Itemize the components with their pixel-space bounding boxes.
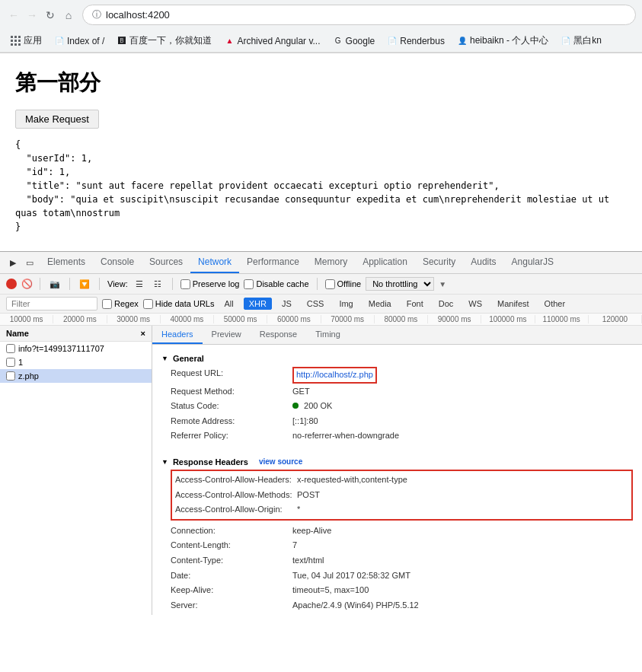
view-list-button[interactable]: ☰ (133, 277, 146, 291)
bookmark-apps[interactable]: 应用 (6, 33, 46, 49)
black-icon: 📄 (561, 36, 571, 46)
network-controls: 🚫 📷 🔽 View: ☰ ☷ Preserve log Disable cac… (0, 274, 642, 295)
filter-img[interactable]: Img (334, 298, 358, 310)
item-checkbox-info[interactable] (6, 344, 15, 353)
allow-methods-value: POST (297, 489, 320, 502)
tab-sources[interactable]: Sources (142, 252, 190, 273)
date-value: Tue, 04 Jul 2017 02:58:32 GMT (292, 569, 410, 583)
item-label-zphp: z.php (18, 371, 39, 381)
bookmark-renderbus[interactable]: 📄 Renderbus (382, 34, 449, 48)
tab-network[interactable]: Network (190, 252, 239, 273)
hide-data-urls-checkbox[interactable] (143, 299, 153, 309)
bookmark-google[interactable]: G Google (328, 34, 380, 48)
reload-button[interactable]: ↻ (43, 8, 58, 23)
filter-xhr[interactable]: XHR (244, 298, 272, 310)
filter-input[interactable] (6, 297, 97, 311)
server-value: Apache/2.4.9 (Win64) PHP/5.5.12 (292, 599, 419, 613)
tick-8: 90000 ms (428, 315, 481, 323)
throttling-select[interactable]: No throttling (366, 277, 434, 291)
connection-row: Connection: keep-Alive (161, 524, 633, 539)
record-button[interactable] (6, 279, 17, 289)
hide-data-urls-label[interactable]: Hide data URLs (143, 299, 215, 309)
request-url-key: Request URL: (171, 367, 292, 384)
google-icon: G (333, 36, 343, 46)
filter-js[interactable]: JS (276, 298, 297, 310)
tab-security[interactable]: Security (415, 252, 463, 273)
preserve-log-checkbox[interactable] (180, 279, 190, 289)
detail-tab-headers[interactable]: Headers (152, 326, 203, 344)
regex-checkbox[interactable] (102, 299, 112, 309)
network-item-info[interactable]: info?t=1499137111707 (0, 342, 152, 355)
keep-alive-row: Keep-Alive: timeout=5, max=100 (161, 583, 633, 598)
filter-doc[interactable]: Doc (433, 298, 459, 310)
response-headers-header: ▼ Response Headers view source (161, 457, 633, 467)
regex-label[interactable]: Regex (102, 299, 139, 309)
allow-headers-key: Access-Control-Allow-Headers: (175, 473, 297, 487)
bookmark-black[interactable]: 📄 黑白kn (556, 33, 606, 49)
tab-angularjs[interactable]: AngularJS (504, 252, 561, 273)
detail-tab-preview[interactable]: Preview (203, 326, 251, 344)
view-source-link[interactable]: view source (259, 457, 302, 466)
content-length-key: Content-Length: (171, 539, 292, 553)
preserve-log-label[interactable]: Preserve log (180, 279, 240, 289)
view-group-button[interactable]: ☷ (151, 277, 164, 291)
remote-address-value: [::1]:80 (292, 415, 318, 428)
home-button[interactable]: ⌂ (61, 8, 76, 23)
x-powered-key: X-Powered-By: (171, 613, 292, 615)
offline-checkbox[interactable] (325, 279, 335, 289)
tab-audits[interactable]: Audits (463, 252, 503, 273)
disable-cache-label[interactable]: Disable cache (244, 279, 308, 289)
camera-button[interactable]: 📷 (48, 277, 62, 291)
tick-1: 20000 ms (53, 315, 107, 323)
bookmark-index[interactable]: 📄 Index of / (50, 34, 109, 48)
filter-ws[interactable]: WS (463, 298, 487, 310)
filter-font[interactable]: Font (401, 298, 429, 310)
offline-label[interactable]: Offline (325, 279, 362, 289)
filter-button[interactable]: 🔽 (78, 277, 91, 291)
request-details: Headers Preview Response Timing ▼ Genera… (152, 326, 642, 615)
heibaikn-icon: 👤 (457, 36, 468, 46)
remote-address-row: Remote Address: [::1]:80 (161, 414, 633, 429)
lock-icon: ⓘ (92, 8, 101, 21)
devtools-device-button[interactable]: ▭ (23, 256, 37, 269)
filter-all[interactable]: All (219, 298, 238, 310)
close-icon[interactable]: × (141, 329, 145, 338)
make-request-button[interactable]: Make Request (15, 110, 99, 129)
separator-2 (69, 278, 70, 290)
item-checkbox-zphp[interactable] (6, 371, 15, 381)
filter-manifest[interactable]: Manifest (492, 298, 535, 310)
tab-memory[interactable]: Memory (307, 252, 355, 273)
network-item-1[interactable]: 1 (0, 355, 152, 369)
tick-2: 30000 ms (107, 315, 161, 323)
separator-3 (99, 278, 100, 290)
bookmark-google-label: Google (346, 36, 375, 46)
content-length-value: 7 (292, 539, 297, 553)
tab-elements[interactable]: Elements (40, 252, 93, 273)
filter-css[interactable]: CSS (302, 298, 330, 310)
network-item-zphp[interactable]: z.php (0, 369, 152, 383)
forward-button[interactable]: → (24, 8, 40, 23)
tab-performance[interactable]: Performance (239, 252, 307, 273)
disable-cache-checkbox[interactable] (244, 279, 254, 289)
bookmark-baidu-label: 百度一下，你就知道 (129, 34, 212, 47)
bookmark-baidu[interactable]: 🅱 百度一下，你就知道 (112, 33, 216, 49)
filter-other[interactable]: Other (539, 298, 571, 310)
general-section: ▼ General Request URL: http://localhost/… (152, 345, 642, 448)
detail-tab-response[interactable]: Response (251, 326, 307, 344)
tab-application[interactable]: Application (355, 252, 415, 273)
tab-console[interactable]: Console (93, 252, 142, 273)
baidu-icon: 🅱 (117, 36, 127, 46)
address-bar[interactable]: ⓘ localhost:4200 (82, 5, 636, 25)
bookmarks-bar: 应用 📄 Index of / 🅱 百度一下，你就知道 ▲ Archived A… (0, 30, 642, 53)
detail-tab-timing[interactable]: Timing (306, 326, 350, 344)
json-output: { "userId": 1, "id": 1, "title": "sunt a… (15, 138, 627, 234)
back-button[interactable]: ← (6, 8, 21, 23)
clear-button[interactable]: 🚫 (21, 279, 32, 289)
filter-media[interactable]: Media (363, 298, 397, 310)
bookmark-heibaikn[interactable]: 👤 heibaikn - 个人中心 (452, 33, 553, 49)
allow-origin-value: * (297, 503, 300, 517)
request-url-value[interactable]: http://localhost/z.php (292, 367, 377, 384)
item-checkbox-1[interactable] (6, 358, 15, 367)
devtools-inspect-button[interactable]: ▶ (6, 256, 20, 269)
bookmark-angular[interactable]: ▲ Archived Angular v... (219, 34, 324, 48)
